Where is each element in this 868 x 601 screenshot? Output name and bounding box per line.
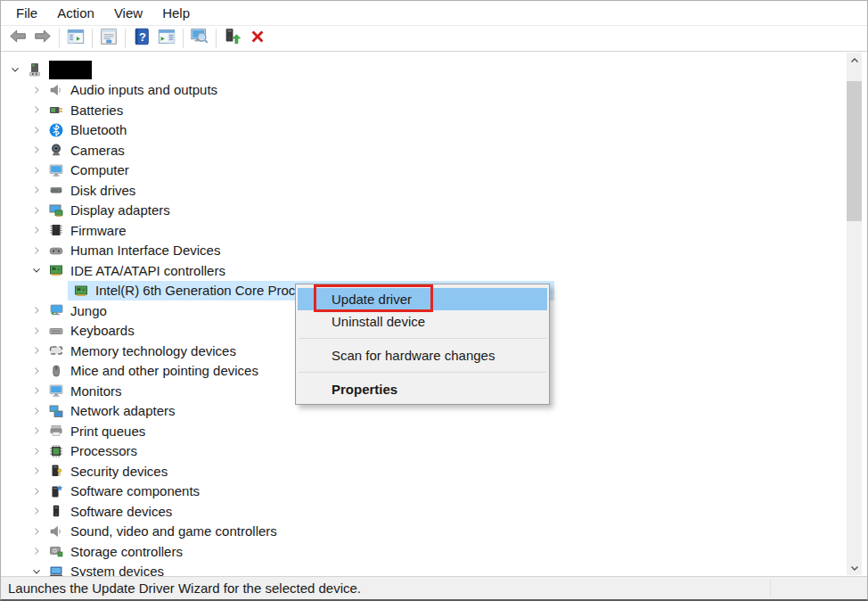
camera-icon [48,142,64,158]
software-component-icon [48,483,64,499]
battery-icon [48,102,64,118]
gamepad-icon [48,243,64,259]
context-menu-item-scan-for-hardware-changes[interactable]: Scan for hardware changes [298,344,547,366]
tree-item-label: Print queues [70,424,145,439]
menu-help[interactable]: Help [152,3,200,23]
show-action-pane-button[interactable] [154,27,179,50]
system-device-icon [48,564,64,576]
tree-item-label: Intel(R) 6th Generation Core Proces [95,283,309,298]
uninstall-device-button[interactable] [245,27,270,50]
monitor-icon [48,383,64,399]
chevron-right-icon[interactable] [29,323,45,339]
properties-icon [99,27,119,50]
tree-item-human-interface-devices[interactable]: Human Interface Devices [2,241,866,261]
tree-item-label: Memory technology devices [70,343,236,358]
chevron-right-icon[interactable] [29,403,45,419]
chevron-right-icon[interactable] [29,363,45,379]
update-driver-button[interactable] [220,27,245,50]
tree-item-storage-controllers[interactable]: Storage controllers [2,541,866,562]
tree-item-audio-inputs-and-outputs[interactable]: Audio inputs and outputs [2,80,866,101]
tree-item-bluetooth[interactable]: Bluetooth [2,120,866,141]
tree-item-firmware[interactable]: Firmware [2,220,866,241]
scan-hardware-changes-button[interactable] [187,27,212,50]
menu-action[interactable]: Action [47,3,104,23]
chevron-right-icon[interactable] [29,423,45,439]
security-key-icon [48,463,64,479]
tree-item-disk-drives[interactable]: Disk drives [2,180,866,201]
show-console-tree-icon [66,27,86,50]
tree-item-computer[interactable]: Computer [2,161,866,181]
tree-item-label: Software devices [70,504,172,519]
tree-item-label: System devices [70,564,164,576]
chevron-right-icon[interactable] [29,543,45,559]
device-manager-window: FileActionViewHelp ? Audio inputs and ou… [0,0,868,601]
tree-item-label: Cameras [70,143,125,158]
chevron-right-icon[interactable] [29,182,45,198]
tree-item-display-adapters[interactable]: Display adapters [2,201,866,221]
menu-bar: FileActionViewHelp [1,1,867,26]
chevron-down-icon[interactable] [29,262,45,278]
show-action-pane-icon [157,27,176,50]
menu-file[interactable]: File [6,3,47,23]
tree-item-security-devices[interactable]: Security devices [2,461,866,482]
back-arrow-button[interactable] [5,27,30,50]
tree-item-label: Storage controllers [70,544,183,559]
menu-view[interactable]: View [104,3,152,23]
toolbar-separator [216,29,217,48]
forward-arrow-button[interactable] [30,27,55,50]
tree-item-software-components[interactable]: Software components [2,482,866,502]
tree-item-computer-root[interactable] [2,60,866,80]
speaker-icon [48,523,64,539]
chevron-right-icon[interactable] [29,222,45,238]
tree-item-label: Mice and other pointing devices [70,363,258,378]
bluetooth-icon [48,122,64,138]
speaker-icon [48,82,64,98]
keyboard-icon [48,323,64,339]
chevron-right-icon[interactable] [29,483,45,499]
display-adapter-icon [48,202,64,218]
tree-item-ide-ata-atapi-controllers[interactable]: IDE ATA/ATAPI controllers [2,260,866,281]
chevron-right-icon[interactable] [29,523,45,539]
software-device-icon [48,503,64,519]
show-console-tree-button[interactable] [63,27,88,50]
disk-drive-icon [48,182,64,198]
chevron-right-icon[interactable] [29,503,45,519]
chevron-right-icon[interactable] [29,202,45,218]
chevron-right-icon[interactable] [29,122,45,138]
scroll-down-icon[interactable] [847,560,862,575]
svg-text:?: ? [139,30,146,44]
tree-item-label: Disk drives [70,183,135,198]
chevron-right-icon[interactable] [29,243,45,259]
chevron-right-icon[interactable] [29,383,45,399]
processor-icon [48,443,64,459]
chevron-right-icon[interactable] [29,102,45,118]
chevron-down-icon[interactable] [29,564,45,576]
tree-item-software-devices[interactable]: Software devices [2,501,866,522]
chevron-right-icon[interactable] [29,443,45,459]
properties-button[interactable] [96,27,121,50]
context-menu-item-uninstall-device[interactable]: Uninstall device [298,310,547,333]
vertical-scrollbar[interactable] [847,53,862,575]
tree-item-print-queues[interactable]: Print queues [2,421,866,441]
context-menu-item-update-driver[interactable]: Update driver [298,288,547,310]
tree-item-cameras[interactable]: Cameras [2,140,866,161]
forward-arrow-icon [33,27,53,50]
chevron-right-icon[interactable] [29,142,45,158]
scroll-up-icon[interactable] [847,53,862,68]
chevron-right-icon[interactable] [29,162,45,178]
chevron-right-icon[interactable] [29,82,45,98]
uninstall-device-icon [248,27,267,50]
help-button[interactable]: ? [129,27,154,50]
chevron-right-icon[interactable] [29,463,45,479]
tree-item-sound-video-and-game-controllers[interactable]: Sound, video and game controllers [2,522,866,542]
chevron-down-icon[interactable] [7,62,23,78]
context-menu-item-properties[interactable]: Properties [298,378,547,400]
tree-item-batteries[interactable]: Batteries [2,100,866,120]
tree-item-system-devices[interactable]: System devices [2,562,866,577]
scrollbar-thumb[interactable] [847,81,862,221]
tree-item-label: Jungo [70,303,107,318]
scan-hardware-changes-icon [190,27,209,50]
chevron-right-icon[interactable] [29,342,45,358]
tree-item-processors[interactable]: Processors [2,441,866,462]
chevron-right-icon[interactable] [29,302,45,318]
